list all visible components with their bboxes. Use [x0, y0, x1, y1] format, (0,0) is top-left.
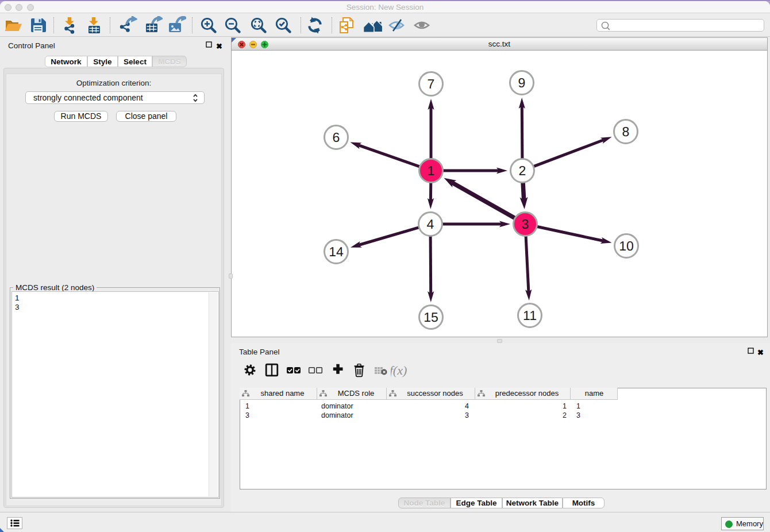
svg-text:1: 1	[428, 163, 435, 178]
svg-text:15: 15	[424, 310, 438, 325]
svg-text:14: 14	[329, 244, 344, 259]
svg-text:2: 2	[519, 163, 526, 178]
svg-text:f(x): f(x)	[391, 363, 407, 377]
svg-text:11: 11	[523, 308, 537, 323]
svg-text:10: 10	[619, 238, 634, 253]
svg-text:4: 4	[427, 217, 434, 232]
svg-text:6: 6	[333, 130, 340, 145]
svg-text:9: 9	[518, 75, 526, 90]
svg-text:7: 7	[428, 76, 435, 91]
svg-text:8: 8	[622, 124, 630, 139]
svg-text:3: 3	[522, 217, 529, 232]
